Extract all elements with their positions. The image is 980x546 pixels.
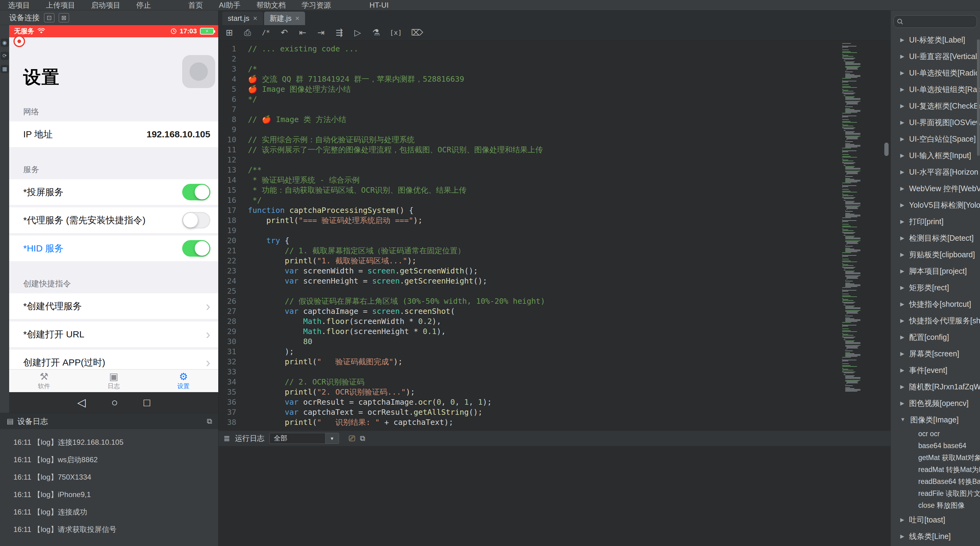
chevron-right-icon[interactable]: ▶ <box>900 334 904 340</box>
api-tree-child[interactable]: readFile 读取图片文件 <box>891 488 980 500</box>
settings-row[interactable]: *HID 服务 <box>9 236 218 261</box>
toggle-switch[interactable] <box>182 184 210 200</box>
api-tree-item[interactable]: ▶剪贴板类[clipboard] <box>891 246 980 263</box>
chevron-right-icon[interactable]: ▶ <box>900 318 904 324</box>
avatar[interactable] <box>182 55 215 88</box>
run-icon[interactable]: ▷ <box>353 29 362 37</box>
api-search-box[interactable] <box>894 15 977 28</box>
edge-apps-icon[interactable]: ▦ <box>1 65 9 73</box>
api-tree-item[interactable]: ▶线条类[Line] <box>891 528 980 544</box>
outdent-icon[interactable]: ⇤ <box>298 29 307 37</box>
chevron-right-icon[interactable]: ▶ <box>900 185 904 192</box>
settings-row[interactable]: 创建打开 APP(过时)› <box>9 350 218 369</box>
api-tree-item[interactable]: ▶UI-水平容器[Horizon <box>891 164 980 180</box>
api-tree-item[interactable]: ▶屏幕类[screen] <box>891 345 980 362</box>
chevron-right-icon[interactable]: ▶ <box>900 37 904 43</box>
chevron-right-icon[interactable]: ▶ <box>900 103 904 109</box>
chevron-right-icon[interactable]: ▶ <box>900 202 904 208</box>
api-tree-item[interactable]: ▶脚本项目[project] <box>891 263 980 279</box>
tab-close-icon[interactable]: × <box>295 14 299 22</box>
clear-brackets-icon[interactable]: [x] <box>390 29 402 36</box>
api-tree-child[interactable]: readBase64 转换Base <box>891 476 980 488</box>
nav-home-icon[interactable]: ○ <box>111 396 118 409</box>
chevron-right-icon[interactable]: ▶ <box>900 152 904 159</box>
record-button[interactable] <box>13 35 25 47</box>
settings-row[interactable]: *投屏服务 <box>9 179 218 205</box>
log-filter-dropdown[interactable]: 全部 ▼ <box>269 433 339 444</box>
toggle-switch[interactable] <box>182 212 210 228</box>
menu-item[interactable]: AI助手 <box>211 0 248 10</box>
api-tree-item[interactable]: ▶UI-标签类[Label] <box>891 32 980 48</box>
new-file-icon[interactable]: ⊞ <box>225 29 234 37</box>
edge-refresh-icon[interactable]: ⟳ <box>1 52 9 60</box>
api-tree-item[interactable]: ▶吐司[toast] <box>891 511 980 528</box>
settings-row[interactable]: *代理服务 (需先安装快捷指令) <box>9 208 218 233</box>
settings-row[interactable]: *创建代理服务› <box>9 293 218 319</box>
api-tree-child[interactable]: close 释放图像 <box>891 500 980 511</box>
api-tree-item[interactable]: ▶随机数[RJrxn1afZqW <box>891 378 980 395</box>
chevron-right-icon[interactable]: ▶ <box>900 251 904 258</box>
api-search-input[interactable] <box>906 18 970 26</box>
sidebar-scrollbar[interactable] <box>977 40 980 156</box>
mirror-scale-icon[interactable]: ⊡ <box>44 13 54 22</box>
api-tree-item[interactable]: ▶UI-单选按钮类[Radio <box>891 65 980 81</box>
undo-icon[interactable]: ↶ <box>280 29 289 37</box>
settings-row[interactable]: IP 地址192.168.10.105 <box>9 121 218 147</box>
api-tree-item[interactable]: ▶快捷指令[shortcut] <box>891 296 980 312</box>
api-tree-item[interactable]: ▶WebView 控件[WebV <box>891 180 980 197</box>
menu-item[interactable]: 上传项目 <box>38 0 83 10</box>
device-log-list[interactable]: 16:11 【log】连接192.168.10.10516:11 【log】ws… <box>0 429 218 546</box>
phone-screen[interactable]: 无服务 17:03 ⚡ <box>9 25 218 413</box>
code-editor[interactable]: 1// ... existing code ...23/*4🍎 交流 QQ 群 … <box>218 41 891 430</box>
editor-tab[interactable]: 新建.js× <box>264 12 305 25</box>
api-tree-item[interactable]: ▶UI-垂直容器[Vertical <box>891 48 980 65</box>
dropdown-arrow-icon[interactable]: ▼ <box>325 433 339 444</box>
open-log-external-icon[interactable]: ⧉ <box>360 434 365 442</box>
api-tree-child[interactable]: ocr ocr <box>891 428 980 440</box>
api-tree-item[interactable]: ▶矩形类[rect] <box>891 279 980 296</box>
run-log-output[interactable] <box>218 446 891 546</box>
chevron-right-icon[interactable]: ▶ <box>900 53 904 60</box>
nav-back-icon[interactable]: ◁ <box>77 396 86 409</box>
editor-tab[interactable]: start.js× <box>222 12 263 25</box>
chevron-right-icon[interactable]: ▶ <box>900 351 904 357</box>
menu-item[interactable]: 启动项目 <box>83 0 128 10</box>
clean-icon[interactable]: ⚗ <box>371 29 380 37</box>
chevron-right-icon[interactable]: ▶ <box>900 70 904 76</box>
api-tree-item[interactable]: ▶事件[event] <box>891 362 980 378</box>
toggle-switch[interactable] <box>182 240 210 257</box>
chevron-right-icon[interactable]: ▶ <box>900 235 904 241</box>
menu-item[interactable]: 选项目 <box>0 0 38 10</box>
menu-item[interactable]: 学习资源 <box>294 0 339 10</box>
chevron-down-icon[interactable]: ▼ <box>900 417 905 423</box>
clear-log-icon[interactable]: ⎚ <box>349 434 355 443</box>
chevron-right-icon[interactable]: ▶ <box>900 169 904 175</box>
tab-close-icon[interactable]: × <box>253 14 258 22</box>
phone-tab-日志[interactable]: ▣日志 <box>79 369 148 392</box>
chevron-right-icon[interactable]: ▶ <box>900 268 904 275</box>
api-tree-item[interactable]: ▶YoloV5目标检测[Yolo <box>891 197 980 213</box>
minimap[interactable] <box>842 43 859 392</box>
print-icon[interactable]: ⎙ <box>243 29 252 37</box>
api-tree-item[interactable]: ▶打印[print] <box>891 213 980 230</box>
api-tree-item[interactable]: ▶UI-输入框类[Input] <box>891 147 980 164</box>
format-icon[interactable]: ⇶ <box>335 29 344 37</box>
settings-row[interactable]: *创建打开 URL› <box>9 321 218 347</box>
api-tree-item[interactable]: ▶UI-复选框类[CheckBo <box>891 97 980 114</box>
chevron-right-icon[interactable]: ▶ <box>900 367 904 374</box>
indent-icon[interactable]: ⇥ <box>317 29 326 37</box>
chevron-right-icon[interactable]: ▶ <box>900 219 904 225</box>
phone-tab-设置[interactable]: ⚙设置 <box>148 369 218 392</box>
api-tree-child[interactable]: base64 base64 <box>891 440 980 452</box>
menu-item[interactable]: 首页 <box>180 0 211 10</box>
chevron-right-icon[interactable]: ▶ <box>900 517 904 523</box>
api-tree-item[interactable]: ▶配置[config] <box>891 329 980 345</box>
mirror-snapshot-icon[interactable]: ⊠ <box>59 13 69 22</box>
api-tree-item[interactable]: ▶快捷指令代理服务[sho <box>891 312 980 329</box>
chevron-right-icon[interactable]: ▶ <box>900 119 904 126</box>
menu-item[interactable]: 停止 <box>128 0 159 10</box>
chevron-right-icon[interactable]: ▶ <box>900 136 904 142</box>
chevron-right-icon[interactable]: ▶ <box>900 400 904 407</box>
api-tree-child[interactable]: getMat 获取Mat对象 <box>891 452 980 464</box>
chevron-right-icon[interactable]: ▶ <box>900 301 904 307</box>
